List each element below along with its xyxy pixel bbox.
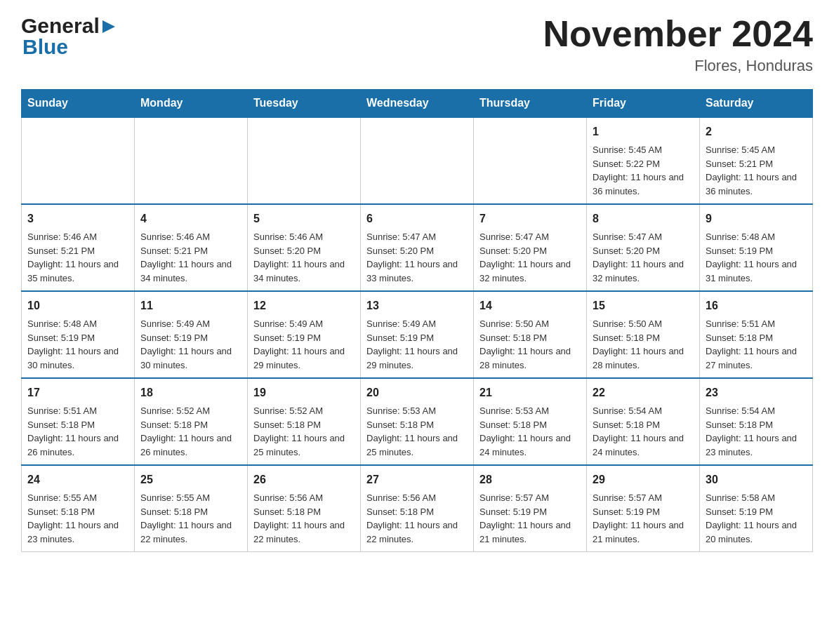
- col-monday: Monday: [135, 90, 248, 118]
- day-number: 15: [593, 297, 694, 314]
- col-wednesday: Wednesday: [361, 90, 474, 118]
- day-number: 18: [140, 384, 241, 401]
- calendar-cell: 6Sunrise: 5:47 AMSunset: 5:20 PMDaylight…: [361, 204, 474, 291]
- day-info: Sunrise: 5:49 AMSunset: 5:19 PMDaylight:…: [140, 317, 241, 372]
- day-info: Sunrise: 5:49 AMSunset: 5:19 PMDaylight:…: [253, 317, 355, 372]
- day-number: 16: [706, 297, 807, 314]
- day-number: 23: [706, 384, 807, 401]
- logo: General Blue: [21, 14, 117, 59]
- day-number: 28: [479, 471, 581, 488]
- calendar-cell: [474, 117, 587, 204]
- day-info: Sunrise: 5:54 AMSunset: 5:18 PMDaylight:…: [706, 404, 807, 459]
- day-info: Sunrise: 5:53 AMSunset: 5:18 PMDaylight:…: [366, 404, 468, 459]
- calendar-week-row: 10Sunrise: 5:48 AMSunset: 5:19 PMDayligh…: [22, 291, 813, 378]
- calendar-cell: 14Sunrise: 5:50 AMSunset: 5:18 PMDayligh…: [474, 291, 587, 378]
- calendar-cell: 11Sunrise: 5:49 AMSunset: 5:19 PMDayligh…: [135, 291, 248, 378]
- calendar-cell: [361, 117, 474, 204]
- day-number: 29: [593, 471, 694, 488]
- day-info: Sunrise: 5:56 AMSunset: 5:18 PMDaylight:…: [366, 491, 468, 546]
- day-number: 10: [27, 297, 128, 314]
- calendar-cell: 21Sunrise: 5:53 AMSunset: 5:18 PMDayligh…: [474, 378, 587, 465]
- day-info: Sunrise: 5:45 AMSunset: 5:22 PMDaylight:…: [593, 143, 694, 198]
- calendar-cell: 9Sunrise: 5:48 AMSunset: 5:19 PMDaylight…: [700, 204, 813, 291]
- day-number: 27: [366, 471, 468, 488]
- calendar-week-row: 24Sunrise: 5:55 AMSunset: 5:18 PMDayligh…: [22, 465, 813, 552]
- calendar-cell: 13Sunrise: 5:49 AMSunset: 5:19 PMDayligh…: [361, 291, 474, 378]
- calendar-cell: 4Sunrise: 5:46 AMSunset: 5:21 PMDaylight…: [135, 204, 248, 291]
- title-section: November 2024 Flores, Honduras: [543, 14, 813, 75]
- day-number: 26: [253, 471, 355, 488]
- day-number: 6: [366, 210, 468, 227]
- calendar-cell: 16Sunrise: 5:51 AMSunset: 5:18 PMDayligh…: [700, 291, 813, 378]
- logo-arrow-icon: [101, 19, 117, 34]
- calendar-cell: [248, 117, 361, 204]
- calendar-cell: [22, 117, 135, 204]
- day-info: Sunrise: 5:46 AMSunset: 5:20 PMDaylight:…: [253, 230, 355, 285]
- location-subtitle: Flores, Honduras: [543, 57, 813, 75]
- day-info: Sunrise: 5:55 AMSunset: 5:18 PMDaylight:…: [27, 491, 128, 546]
- calendar-cell: [135, 117, 248, 204]
- calendar-cell: 28Sunrise: 5:57 AMSunset: 5:19 PMDayligh…: [474, 465, 587, 552]
- calendar-cell: 2Sunrise: 5:45 AMSunset: 5:21 PMDaylight…: [700, 117, 813, 204]
- calendar-cell: 5Sunrise: 5:46 AMSunset: 5:20 PMDaylight…: [248, 204, 361, 291]
- day-info: Sunrise: 5:54 AMSunset: 5:18 PMDaylight:…: [593, 404, 694, 459]
- day-info: Sunrise: 5:50 AMSunset: 5:18 PMDaylight:…: [593, 317, 694, 372]
- calendar-cell: 18Sunrise: 5:52 AMSunset: 5:18 PMDayligh…: [135, 378, 248, 465]
- calendar-header-row: Sunday Monday Tuesday Wednesday Thursday…: [22, 90, 813, 118]
- day-number: 24: [27, 471, 128, 488]
- col-thursday: Thursday: [474, 90, 587, 118]
- day-info: Sunrise: 5:48 AMSunset: 5:19 PMDaylight:…: [706, 230, 807, 285]
- day-number: 25: [140, 471, 241, 488]
- calendar-cell: 15Sunrise: 5:50 AMSunset: 5:18 PMDayligh…: [587, 291, 700, 378]
- day-info: Sunrise: 5:47 AMSunset: 5:20 PMDaylight:…: [593, 230, 694, 285]
- calendar-cell: 29Sunrise: 5:57 AMSunset: 5:19 PMDayligh…: [587, 465, 700, 552]
- day-info: Sunrise: 5:57 AMSunset: 5:19 PMDaylight:…: [593, 491, 694, 546]
- day-info: Sunrise: 5:51 AMSunset: 5:18 PMDaylight:…: [27, 404, 128, 459]
- col-saturday: Saturday: [700, 90, 813, 118]
- logo-general-text: General: [21, 14, 100, 38]
- calendar-cell: 12Sunrise: 5:49 AMSunset: 5:19 PMDayligh…: [248, 291, 361, 378]
- day-number: 8: [593, 210, 694, 227]
- day-info: Sunrise: 5:47 AMSunset: 5:20 PMDaylight:…: [479, 230, 581, 285]
- day-number: 14: [479, 297, 581, 314]
- calendar-cell: 3Sunrise: 5:46 AMSunset: 5:21 PMDaylight…: [22, 204, 135, 291]
- calendar-cell: 8Sunrise: 5:47 AMSunset: 5:20 PMDaylight…: [587, 204, 700, 291]
- day-number: 17: [27, 384, 128, 401]
- svg-marker-0: [102, 20, 115, 33]
- day-number: 9: [706, 210, 807, 227]
- day-info: Sunrise: 5:52 AMSunset: 5:18 PMDaylight:…: [253, 404, 355, 459]
- day-info: Sunrise: 5:50 AMSunset: 5:18 PMDaylight:…: [479, 317, 581, 372]
- day-number: 3: [27, 210, 128, 227]
- day-number: 1: [593, 123, 694, 140]
- day-info: Sunrise: 5:56 AMSunset: 5:18 PMDaylight:…: [253, 491, 355, 546]
- calendar-week-row: 1Sunrise: 5:45 AMSunset: 5:22 PMDaylight…: [22, 117, 813, 204]
- col-sunday: Sunday: [22, 90, 135, 118]
- page-header: General Blue November 2024 Flores, Hondu…: [21, 14, 813, 75]
- day-number: 21: [479, 384, 581, 401]
- day-info: Sunrise: 5:53 AMSunset: 5:18 PMDaylight:…: [479, 404, 581, 459]
- day-number: 30: [706, 471, 807, 488]
- day-info: Sunrise: 5:55 AMSunset: 5:18 PMDaylight:…: [140, 491, 241, 546]
- day-number: 2: [706, 123, 807, 140]
- day-info: Sunrise: 5:51 AMSunset: 5:18 PMDaylight:…: [706, 317, 807, 372]
- calendar-cell: 25Sunrise: 5:55 AMSunset: 5:18 PMDayligh…: [135, 465, 248, 552]
- day-number: 12: [253, 297, 355, 314]
- calendar-cell: 1Sunrise: 5:45 AMSunset: 5:22 PMDaylight…: [587, 117, 700, 204]
- day-number: 5: [253, 210, 355, 227]
- calendar-cell: 24Sunrise: 5:55 AMSunset: 5:18 PMDayligh…: [22, 465, 135, 552]
- day-number: 4: [140, 210, 241, 227]
- day-info: Sunrise: 5:52 AMSunset: 5:18 PMDaylight:…: [140, 404, 241, 459]
- calendar-week-row: 3Sunrise: 5:46 AMSunset: 5:21 PMDaylight…: [22, 204, 813, 291]
- calendar-cell: 26Sunrise: 5:56 AMSunset: 5:18 PMDayligh…: [248, 465, 361, 552]
- col-tuesday: Tuesday: [248, 90, 361, 118]
- day-info: Sunrise: 5:46 AMSunset: 5:21 PMDaylight:…: [27, 230, 128, 285]
- day-info: Sunrise: 5:45 AMSunset: 5:21 PMDaylight:…: [706, 143, 807, 198]
- day-number: 7: [479, 210, 581, 227]
- calendar-table: Sunday Monday Tuesday Wednesday Thursday…: [21, 89, 813, 552]
- day-info: Sunrise: 5:49 AMSunset: 5:19 PMDaylight:…: [366, 317, 468, 372]
- calendar-cell: 10Sunrise: 5:48 AMSunset: 5:19 PMDayligh…: [22, 291, 135, 378]
- calendar-cell: 22Sunrise: 5:54 AMSunset: 5:18 PMDayligh…: [587, 378, 700, 465]
- calendar-cell: 7Sunrise: 5:47 AMSunset: 5:20 PMDaylight…: [474, 204, 587, 291]
- calendar-cell: 17Sunrise: 5:51 AMSunset: 5:18 PMDayligh…: [22, 378, 135, 465]
- day-info: Sunrise: 5:57 AMSunset: 5:19 PMDaylight:…: [479, 491, 581, 546]
